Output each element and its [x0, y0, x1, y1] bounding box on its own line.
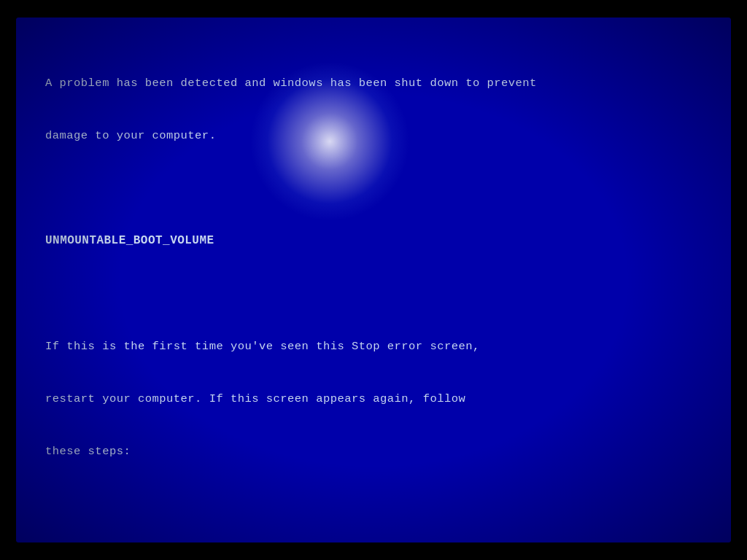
blank-2: [45, 285, 565, 303]
bsod-content: A problem has been detected and windows …: [45, 39, 565, 542]
line-1: A problem has been detected and windows …: [45, 74, 565, 92]
line-2: damage to your computer.: [45, 127, 565, 144]
para1-line1: If this is the first time you've seen th…: [45, 338, 565, 355]
blank-3: [45, 495, 565, 513]
para1-line2: restart your computer. If this screen ap…: [45, 390, 565, 408]
error-code: UNMOUNTABLE_BOOT_VOLUME: [45, 232, 565, 250]
bsod-screen: A problem has been detected and windows …: [16, 18, 731, 542]
para1-line3: these steps:: [45, 443, 565, 460]
blank-1: [45, 179, 565, 197]
